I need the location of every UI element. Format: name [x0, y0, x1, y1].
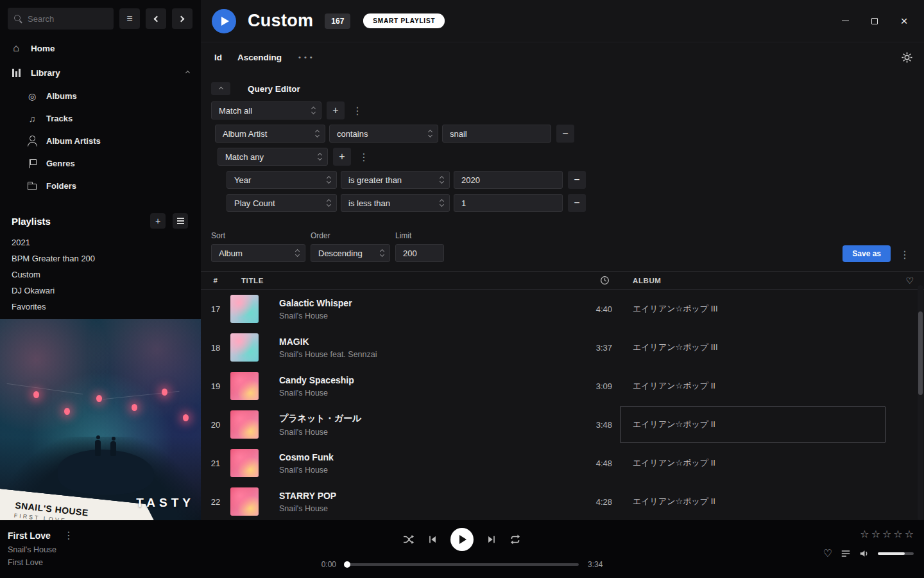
track-album[interactable]: エイリアン☆ポップ II: [620, 367, 896, 405]
table-scrollbar[interactable]: [918, 285, 923, 520]
playlist-item-favorites[interactable]: Favorites: [0, 299, 201, 315]
player-right-controls: ☆ ☆ ☆ ☆ ☆ ♡: [823, 529, 914, 559]
rule1-operator-select[interactable]: contains: [329, 125, 438, 143]
playlist-item-custom[interactable]: Custom: [0, 267, 201, 283]
playlist-item-bpm[interactable]: BPM Greater than 200: [0, 250, 201, 267]
favorite-heart-icon[interactable]: ♡: [823, 547, 832, 559]
album-art-thumbnail: [230, 410, 259, 439]
rule2-operator-select[interactable]: is greater than: [341, 171, 450, 189]
group-menu-icon[interactable]: ⋮: [348, 105, 366, 117]
album-name: エイリアン☆ポップ II: [633, 496, 715, 507]
remove-rule2-button[interactable]: −: [568, 171, 586, 189]
track-table-header: # TITLE ALBUM ♡: [201, 271, 924, 290]
rule2-field-select[interactable]: Year: [227, 171, 337, 189]
save-as-button[interactable]: Save as: [843, 245, 891, 262]
volume-slider[interactable]: [878, 552, 914, 555]
rule3-operator-select[interactable]: is less than: [341, 194, 450, 212]
remove-rule3-button[interactable]: −: [568, 194, 586, 212]
play-pause-button[interactable]: [450, 528, 474, 551]
album-name: エイリアン☆ポップ II: [633, 380, 715, 392]
track-album[interactable]: エイリアン☆ポップ II: [620, 444, 896, 482]
nav-back-button[interactable]: [146, 8, 166, 29]
track-number: 22: [201, 497, 230, 507]
shuffle-button[interactable]: [403, 534, 415, 545]
rule1-field-select[interactable]: Album Artist: [215, 125, 325, 143]
rule3-field-select[interactable]: Play Count: [227, 194, 337, 212]
duration-column-clock-icon[interactable]: [600, 276, 620, 285]
collapse-query-editor-button[interactable]: [211, 82, 230, 95]
library-icon: [10, 69, 22, 77]
sidebar-item-genres[interactable]: Genres: [0, 152, 201, 175]
repeat-button[interactable]: [509, 534, 521, 545]
menu-button[interactable]: ≡: [119, 8, 140, 29]
add-playlist-button[interactable]: +: [150, 213, 166, 229]
track-album[interactable]: エイリアン☆ポップ II: [620, 482, 896, 520]
track-title: MAGIK: [279, 337, 569, 347]
play-playlist-button[interactable]: [212, 9, 236, 33]
table-row[interactable]: 17 Galactic WhisperSnail's House 4:40 エイ…: [201, 290, 924, 328]
volume-icon[interactable]: [859, 548, 869, 559]
track-count-badge: 167: [325, 13, 350, 29]
close-button[interactable]: ×: [898, 15, 910, 27]
remove-rule1-button[interactable]: −: [556, 125, 574, 143]
track-album[interactable]: エイリアン☆ポップ III: [620, 290, 896, 328]
star-icon[interactable]: ☆: [893, 529, 902, 539]
column-number[interactable]: #: [201, 277, 230, 285]
subgroup-menu-icon[interactable]: ⋮: [355, 151, 373, 163]
sort-direction-button[interactable]: Ascending: [237, 53, 282, 62]
seek-bar[interactable]: [345, 563, 579, 566]
playlists-heading: Playlists: [12, 216, 143, 227]
sidebar-item-album-artists[interactable]: Album Artists: [0, 130, 201, 152]
sidebar-item-library[interactable]: Library: [0, 60, 201, 85]
minimize-button[interactable]: [839, 15, 851, 27]
favorite-column-heart-icon[interactable]: ♡: [905, 276, 914, 286]
rule2-value-input[interactable]: [454, 171, 563, 189]
playlist-item-2021[interactable]: 2021: [0, 234, 201, 250]
sidebar-item-folders[interactable]: Folders: [0, 175, 201, 197]
now-playing-menu-icon[interactable]: ⋮: [60, 529, 78, 541]
limit-input[interactable]: [395, 244, 444, 262]
collapse-library-icon[interactable]: [185, 70, 190, 74]
sort-field-button[interactable]: Id: [214, 53, 222, 62]
seek-handle[interactable]: [344, 561, 350, 568]
add-subrule-button[interactable]: +: [333, 148, 351, 166]
add-rule-button[interactable]: +: [327, 101, 345, 119]
table-row[interactable]: 21 Cosmo FunkSnail's House 4:48 エイリアン☆ポッ…: [201, 444, 924, 482]
match-mode-select[interactable]: Match all: [211, 101, 321, 119]
elapsed-time: 0:00: [314, 560, 336, 569]
track-album[interactable]: エイリアン☆ポップ III: [620, 328, 896, 367]
more-options-icon[interactable]: • • •: [298, 53, 313, 61]
sidebar-item-tracks[interactable]: ♫ Tracks: [0, 107, 201, 130]
table-row[interactable]: 20 プラネット・ガールSnail's House 3:48 エイリアン☆ポップ…: [201, 405, 924, 444]
playlist-item-dj-okawari[interactable]: DJ Okawari: [0, 283, 201, 299]
search-input[interactable]: [28, 14, 107, 24]
track-duration: 4:40: [596, 304, 620, 314]
order-select[interactable]: Descending: [311, 244, 390, 262]
star-icon[interactable]: ☆: [905, 529, 914, 539]
column-album[interactable]: ALBUM: [620, 277, 896, 285]
nav-forward-button[interactable]: [172, 8, 193, 29]
star-icon[interactable]: ☆: [882, 529, 891, 539]
rule3-value-input[interactable]: [454, 194, 563, 212]
match-any-select[interactable]: Match any: [218, 148, 328, 166]
sort-select[interactable]: Album: [211, 244, 305, 262]
star-icon[interactable]: ☆: [871, 529, 880, 539]
playlist-list-button[interactable]: [173, 213, 188, 229]
track-album-hovered[interactable]: エイリアン☆ポップ II: [620, 406, 886, 443]
search-box[interactable]: [8, 8, 114, 30]
settings-gear-icon[interactable]: [901, 51, 913, 64]
sidebar-item-albums[interactable]: ◎ Albums: [0, 85, 201, 107]
table-row[interactable]: 18 MAGIKSnail's House feat. Sennzai 3:37…: [201, 328, 924, 367]
queue-icon[interactable]: [841, 548, 851, 559]
rule1-value-input[interactable]: [442, 125, 551, 143]
save-menu-icon[interactable]: ⋮: [896, 249, 914, 261]
table-row[interactable]: 19 Candy SpaceshipSnail's House 3:09 エイリ…: [201, 367, 924, 405]
table-row[interactable]: 22 STARRY POPSnail's House 4:28 エイリアン☆ポッ…: [201, 482, 924, 520]
previous-track-button[interactable]: [427, 534, 438, 545]
maximize-button[interactable]: [869, 15, 880, 27]
sidebar-item-home[interactable]: ⌂ Home: [0, 36, 201, 60]
star-icon[interactable]: ☆: [860, 529, 869, 539]
scrollbar-thumb[interactable]: [918, 311, 923, 395]
column-title[interactable]: TITLE: [230, 277, 569, 285]
next-track-button[interactable]: [486, 534, 497, 545]
